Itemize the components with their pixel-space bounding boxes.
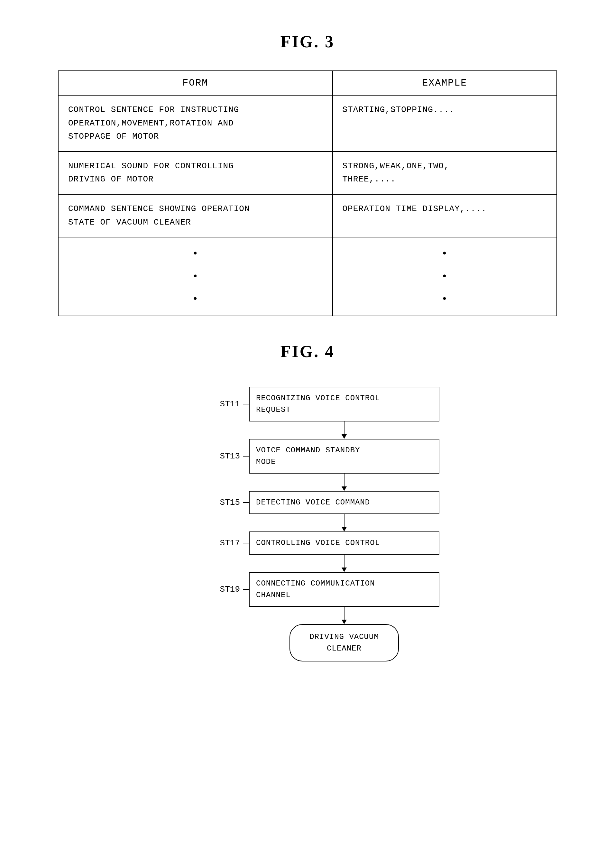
arrow-col — [342, 473, 347, 491]
bracket-st13 — [243, 456, 249, 456]
flow-row-final: DRIVING VACUUMCLEANER — [255, 624, 399, 662]
arrow-shaft — [344, 607, 345, 620]
arrow-head — [342, 620, 347, 624]
dots-form: ••• — [58, 237, 332, 316]
flow-row-st19: ST19 CONNECTING COMMUNICATIONCHANNEL — [214, 572, 439, 607]
arrow-head — [342, 568, 347, 572]
flow-row-st15: ST15 DETECTING VOICE COMMAND — [214, 491, 439, 514]
flow-box-st17: CONTROLLING VOICE CONTROL — [249, 531, 439, 555]
row3-form: COMMAND SENTENCE SHOWING OPERATIONSTATE … — [58, 194, 332, 237]
step-label-st17: ST17 — [214, 538, 243, 548]
table-row: CONTROL SENTENCE FOR INSTRUCTINGOPERATIO… — [58, 95, 557, 151]
row1-example: STARTING,STOPPING.... — [332, 95, 557, 151]
flow-row-st13: ST13 VOICE COMMAND STANDBYMODE — [214, 439, 439, 473]
arrow-2 — [214, 473, 439, 491]
step-label-st19: ST19 — [214, 585, 243, 594]
step-label-st11: ST11 — [214, 399, 243, 409]
row3-example: OPERATION TIME DISPLAY,.... — [332, 194, 557, 237]
arrow-shaft — [344, 422, 345, 434]
fig3-table-container: FORM EXAMPLE CONTROL SENTENCE FOR INSTRU… — [58, 70, 557, 316]
fig3-title: FIG. 3 — [58, 32, 557, 51]
bracket-st17 — [243, 543, 249, 543]
bracket-line — [243, 543, 249, 543]
flow-box-st15: DETECTING VOICE COMMAND — [249, 491, 439, 514]
row2-example: STRONG,WEAK,ONE,TWO,THREE,.... — [332, 151, 557, 194]
arrow-col — [342, 607, 347, 624]
arrow-4 — [214, 555, 439, 572]
flow-box-final: DRIVING VACUUMCLEANER — [289, 624, 399, 662]
arrow-head — [342, 527, 347, 531]
arrow-shaft — [344, 555, 345, 568]
flow-box-st11: RECOGNIZING VOICE CONTROLREQUEST — [249, 387, 439, 422]
header-example: EXAMPLE — [332, 71, 557, 95]
bracket-st19 — [243, 589, 249, 590]
table-row: NUMERICAL SOUND FOR CONTROLLINGDRIVING O… — [58, 151, 557, 194]
arrow-col — [342, 555, 347, 572]
bracket-st11 — [243, 404, 249, 404]
row1-form: CONTROL SENTENCE FOR INSTRUCTINGOPERATIO… — [58, 95, 332, 151]
bracket-st15 — [243, 502, 249, 503]
arrow-shaft — [344, 473, 345, 486]
table-row: COMMAND SENTENCE SHOWING OPERATIONSTATE … — [58, 194, 557, 237]
step-label-st15: ST15 — [214, 498, 243, 507]
bracket-line — [243, 456, 249, 456]
arrow-head — [342, 486, 347, 491]
fig4-title: FIG. 4 — [58, 342, 557, 361]
flow-box-st19: CONNECTING COMMUNICATIONCHANNEL — [249, 572, 439, 607]
arrow-col — [342, 422, 347, 439]
arrow-3 — [214, 514, 439, 531]
table-row-dots: ••• ••• — [58, 237, 557, 316]
arrow-1 — [214, 422, 439, 439]
flowchart: ST11 RECOGNIZING VOICE CONTROLREQUEST ST… — [58, 387, 557, 662]
flow-box-st13: VOICE COMMAND STANDBYMODE — [249, 439, 439, 473]
fig3-table: FORM EXAMPLE CONTROL SENTENCE FOR INSTRU… — [58, 70, 557, 316]
bracket-line — [243, 404, 249, 404]
bracket-line — [243, 502, 249, 503]
bracket-line — [243, 589, 249, 590]
arrow-col — [342, 514, 347, 531]
header-form: FORM — [58, 71, 332, 95]
arrow-head — [342, 434, 347, 439]
flow-row-st17: ST17 CONTROLLING VOICE CONTROL — [214, 531, 439, 555]
arrow-5 — [214, 607, 439, 624]
dots-example: ••• — [332, 237, 557, 316]
row2-form: NUMERICAL SOUND FOR CONTROLLINGDRIVING O… — [58, 151, 332, 194]
step-label-st13: ST13 — [214, 451, 243, 461]
arrow-shaft — [344, 514, 345, 527]
flow-row-st11: ST11 RECOGNIZING VOICE CONTROLREQUEST — [214, 387, 439, 422]
page: FIG. 3 FORM EXAMPLE CONTROL SENTENCE FOR… — [0, 0, 615, 868]
